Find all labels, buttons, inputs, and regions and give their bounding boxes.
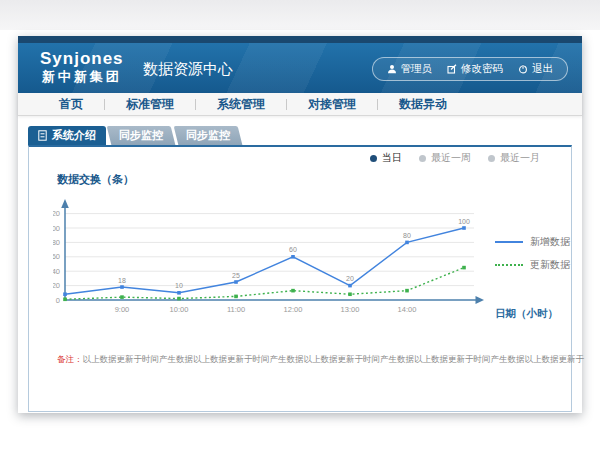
logout-label: 退出 [532, 62, 553, 76]
nav-item-system-mgmt[interactable]: 系统管理 [196, 96, 286, 113]
y-axis-title: 数据交换（条） [57, 172, 134, 187]
nav-item-home[interactable]: 首页 [38, 96, 104, 113]
x-axis-title: 日期（小时） [495, 307, 558, 321]
svg-text:80: 80 [53, 238, 60, 247]
radio-label: 最近一月 [500, 151, 540, 165]
radio-dot [488, 155, 495, 162]
logo-company-name: 新中新集团 [40, 68, 124, 85]
tab-label: 同步监控 [186, 128, 230, 143]
footnote-prefix: 备注： [57, 354, 83, 364]
legend-line-sample [495, 264, 523, 266]
line-chart: 0204060801001209:0010:0011:0012:0013:001… [53, 192, 533, 322]
svg-text:10:00: 10:00 [170, 305, 189, 314]
tab-system-intro[interactable]: 系统介绍 [28, 126, 106, 145]
legend-label: 更新数据 [530, 258, 570, 272]
main-nav: 首页 标准管理 系统管理 对接管理 数据异动 [18, 93, 582, 116]
time-range-filter: 当日 最近一周 最近一月 [370, 151, 540, 165]
logout-button[interactable]: 退出 [518, 62, 553, 76]
svg-text:100: 100 [53, 224, 60, 233]
svg-text:120: 120 [53, 209, 60, 218]
current-user[interactable]: 管理员 [387, 62, 433, 76]
svg-text:13:00: 13:00 [341, 305, 360, 314]
user-toolbar: 管理员 修改密码 退出 [372, 57, 569, 81]
svg-text:60: 60 [53, 252, 60, 261]
svg-text:80: 80 [403, 232, 411, 239]
svg-text:20: 20 [53, 281, 60, 290]
footnote: 备注：以上数据更新于时间产生数据以上数据更新于时间产生数据以上数据更新于时间产生… [57, 354, 584, 366]
desktop-background [0, 0, 600, 30]
document-icon [38, 130, 47, 141]
line-chart-svg: 0204060801001209:0010:0011:0012:0013:001… [53, 192, 533, 322]
legend-item-new-data[interactable]: 新增数据 [495, 235, 570, 249]
svg-text:100: 100 [458, 218, 470, 225]
radio-dot [419, 155, 426, 162]
legend-label: 新增数据 [530, 235, 570, 249]
legend-line-sample [495, 241, 523, 243]
chart-legend: 新增数据 更新数据 [495, 235, 570, 272]
tab-sync-monitor-2[interactable]: 同步监控 [176, 126, 240, 145]
change-password-button[interactable]: 修改密码 [447, 62, 503, 76]
radio-last-month[interactable]: 最近一月 [488, 151, 540, 165]
svg-text:25: 25 [232, 272, 240, 279]
tab-sync-monitor-1[interactable]: 同步监控 [109, 126, 173, 145]
nav-item-data-change[interactable]: 数据异动 [378, 96, 468, 113]
change-password-label: 修改密码 [461, 62, 503, 76]
svg-text:10: 10 [175, 282, 183, 289]
radio-label: 当日 [382, 151, 402, 165]
user-name-label: 管理员 [401, 62, 433, 76]
svg-text:9:00: 9:00 [115, 305, 130, 314]
user-icon [387, 64, 397, 74]
nav-item-interface-mgmt[interactable]: 对接管理 [287, 96, 377, 113]
tab-label: 系统介绍 [52, 128, 96, 143]
svg-text:60: 60 [289, 246, 297, 253]
tab-bar: 系统介绍 同步监控 同步监控 [28, 126, 240, 145]
screen: Synjones 新中新集团 数据资源中心 管理员 修改 [0, 0, 600, 450]
radio-last-week[interactable]: 最近一周 [419, 151, 471, 165]
svg-text:12:00: 12:00 [284, 305, 303, 314]
edit-icon [447, 64, 457, 74]
svg-text:11:00: 11:00 [227, 305, 245, 314]
header-accent-bar [18, 36, 582, 43]
brand-logo: Synjones 新中新集团 [40, 49, 124, 85]
svg-text:18: 18 [118, 277, 126, 284]
radio-label: 最近一周 [431, 151, 471, 165]
app-header: Synjones 新中新集团 数据资源中心 管理员 修改 [18, 43, 582, 93]
radio-dot [370, 155, 377, 162]
logout-icon [518, 64, 528, 74]
app-window: Synjones 新中新集团 数据资源中心 管理员 修改 [18, 36, 582, 413]
svg-text:14:00: 14:00 [398, 305, 417, 314]
footnote-text: 以上数据更新于时间产生数据以上数据更新于时间产生数据以上数据更新于时间产生数据以… [83, 354, 585, 364]
svg-text:40: 40 [53, 267, 60, 276]
tab-label: 同步监控 [119, 128, 163, 143]
svg-text:20: 20 [346, 275, 354, 282]
svg-text:0: 0 [56, 296, 60, 305]
radio-today[interactable]: 当日 [370, 151, 402, 165]
legend-item-updated-data[interactable]: 更新数据 [495, 258, 570, 272]
nav-item-standard-mgmt[interactable]: 标准管理 [105, 96, 195, 113]
page-title: 数据资源中心 [143, 60, 233, 79]
logo-wordmark: Synjones [40, 49, 124, 68]
